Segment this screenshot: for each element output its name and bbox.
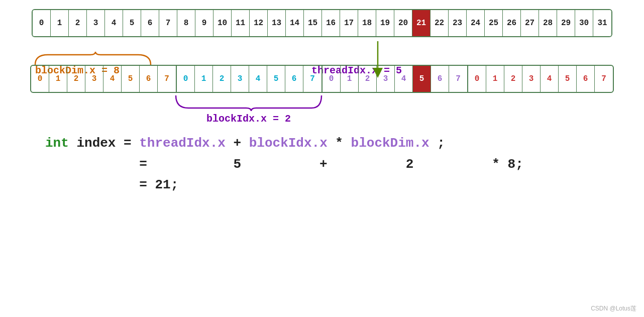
top-array-cell-18: 18 bbox=[358, 10, 376, 36]
mid-cell-b2-c5: 5 bbox=[413, 66, 431, 92]
top-array-cell-16: 16 bbox=[322, 10, 340, 36]
formula-threadidx: threadIdx.x bbox=[139, 136, 226, 151]
mid-cell-b0-c0: 0 bbox=[31, 66, 49, 92]
top-array-cell-30: 30 bbox=[575, 10, 593, 36]
mid-cell-b1-c5: 5 bbox=[267, 66, 285, 92]
formula-blockidx: blockIdx.x bbox=[249, 136, 328, 151]
top-array-cell-8: 8 bbox=[177, 10, 195, 36]
top-array-cell-20: 20 bbox=[394, 10, 412, 36]
mid-cell-b0-c5: 5 bbox=[122, 66, 140, 92]
mid-cell-b0-c1: 1 bbox=[49, 66, 67, 92]
top-array-cell-23: 23 bbox=[449, 10, 467, 36]
middle-array-wrapper: 01234567012345670123456701234567 blockId… bbox=[30, 65, 614, 121]
top-array-container: 0123456789101112131415161718192021222324… bbox=[30, 9, 614, 37]
mid-cell-b1-c3: 3 bbox=[231, 66, 249, 92]
top-array-cell-1: 1 bbox=[51, 10, 69, 36]
formula-line3: = 21; bbox=[45, 175, 614, 196]
mid-cell-b2-c1: 1 bbox=[341, 66, 359, 92]
formula-plus1: + bbox=[234, 136, 249, 151]
top-array-cell-3: 3 bbox=[87, 10, 105, 36]
mid-cell-b3-c5: 5 bbox=[559, 66, 577, 92]
blockidx-brace-area: blockIdx.x = 2 bbox=[30, 93, 614, 121]
formula-section: int index = threadIdx.x + blockIdx.x * b… bbox=[30, 133, 614, 196]
mid-cell-b1-c2: 2 bbox=[213, 66, 231, 92]
top-array-cell-0: 0 bbox=[33, 10, 51, 36]
block-group-0: 01234567 bbox=[31, 66, 177, 92]
mid-cell-b3-c0: 0 bbox=[468, 66, 486, 92]
middle-section: blockDim.x = 8 threadIdx.x = 5 012345670… bbox=[30, 65, 614, 121]
formula-line2: = 5 + 2 * 8; bbox=[45, 154, 614, 175]
top-array-cell-28: 28 bbox=[539, 10, 557, 36]
top-array-cell-24: 24 bbox=[467, 10, 485, 36]
mid-cell-b3-c2: 2 bbox=[504, 66, 522, 92]
top-array-cell-5: 5 bbox=[123, 10, 141, 36]
mid-cell-b2-c7: 7 bbox=[449, 66, 467, 92]
mid-cell-b3-c4: 4 bbox=[541, 66, 559, 92]
top-array-cell-25: 25 bbox=[485, 10, 503, 36]
mid-cell-b3-c3: 3 bbox=[522, 66, 541, 92]
top-array-cell-10: 10 bbox=[213, 10, 232, 36]
top-array-cell-9: 9 bbox=[195, 10, 213, 36]
block-group-1: 01234567 bbox=[177, 66, 323, 92]
mid-cell-b3-c6: 6 bbox=[577, 66, 595, 92]
mid-cell-b3-c7: 7 bbox=[595, 66, 613, 92]
top-array-cell-2: 2 bbox=[69, 10, 87, 36]
top-array: 0123456789101112131415161718192021222324… bbox=[32, 9, 612, 37]
top-array-cell-11: 11 bbox=[232, 10, 250, 36]
mid-cell-b2-c0: 0 bbox=[323, 66, 341, 92]
top-array-cell-17: 17 bbox=[340, 10, 358, 36]
keyword-int: int bbox=[45, 136, 69, 151]
mid-cell-b0-c6: 6 bbox=[140, 66, 158, 92]
top-array-cell-26: 26 bbox=[503, 10, 521, 36]
blockdim-brace-svg bbox=[33, 51, 153, 66]
blockidx-label: blockIdx.x = 2 bbox=[173, 113, 324, 125]
top-array-cell-7: 7 bbox=[159, 10, 177, 36]
formula-mult: * bbox=[335, 136, 351, 151]
top-array-cell-31: 31 bbox=[593, 10, 611, 36]
block-group-3: 01234567 bbox=[468, 66, 613, 92]
top-array-cell-21: 21 bbox=[412, 10, 431, 36]
formula-semi1: ; bbox=[437, 136, 445, 151]
top-array-cell-14: 14 bbox=[286, 10, 304, 36]
top-array-cell-15: 15 bbox=[304, 10, 322, 36]
watermark: CSDN @Lotus莲 bbox=[591, 304, 636, 313]
middle-array: 01234567012345670123456701234567 bbox=[30, 65, 614, 93]
mid-cell-b1-c6: 6 bbox=[285, 66, 303, 92]
top-array-cell-12: 12 bbox=[250, 10, 268, 36]
top-array-cell-27: 27 bbox=[521, 10, 539, 36]
top-array-cell-13: 13 bbox=[268, 10, 286, 36]
mid-cell-b2-c6: 6 bbox=[431, 66, 449, 92]
mid-cell-b0-c7: 7 bbox=[158, 66, 176, 92]
formula-blockdim: blockDim.x bbox=[351, 136, 430, 151]
mid-cell-b1-c0: 0 bbox=[177, 66, 195, 92]
top-array-cell-29: 29 bbox=[557, 10, 575, 36]
mid-cell-b1-c4: 4 bbox=[249, 66, 267, 92]
main-container: 0123456789101112131415161718192021222324… bbox=[0, 0, 644, 317]
mid-cell-b0-c3: 3 bbox=[85, 66, 103, 92]
mid-cell-b1-c1: 1 bbox=[195, 66, 213, 92]
top-array-cell-19: 19 bbox=[376, 10, 394, 36]
mid-cell-b0-c2: 2 bbox=[67, 66, 85, 92]
formula-text1: index = bbox=[76, 136, 139, 151]
top-array-cell-4: 4 bbox=[105, 10, 123, 36]
threadidx-arrow bbox=[368, 39, 398, 79]
formula-line1: int index = threadIdx.x + blockIdx.x * b… bbox=[45, 133, 614, 154]
top-array-cell-22: 22 bbox=[431, 10, 449, 36]
top-array-cell-6: 6 bbox=[141, 10, 159, 36]
mid-cell-b1-c7: 7 bbox=[303, 66, 321, 92]
mid-cell-b3-c1: 1 bbox=[486, 66, 504, 92]
mid-cell-b0-c4: 4 bbox=[103, 66, 122, 92]
